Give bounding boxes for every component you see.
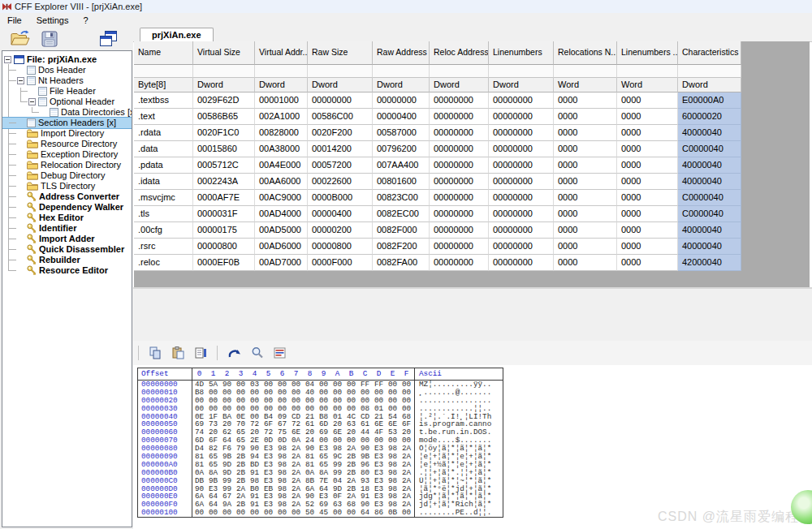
paste-button[interactable]	[171, 346, 184, 359]
tree-item-dependency-walker[interactable]: Dependency Walker	[2, 202, 132, 213]
table-cell[interactable]: 00000000	[489, 255, 554, 271]
column-header-reloc-address[interactable]: Reloc Address	[430, 41, 489, 65]
collapse-minus-icon[interactable]	[4, 56, 11, 63]
table-cell[interactable]: 0020F1C0	[193, 125, 255, 141]
table-cell[interactable]: 0000	[617, 239, 678, 255]
table-cell[interactable]: 0000AF7E	[193, 190, 255, 206]
table-cell[interactable]: 00000800	[193, 239, 255, 255]
hex-byte[interactable]: 50	[303, 509, 317, 517]
table-cell[interactable]: 0020F200	[308, 125, 373, 141]
table-cell[interactable]: 00A4E000	[255, 157, 308, 174]
hex-ascii[interactable]: Ô¦öy¦ã¦*¦ã¦*¦ã¦*	[415, 445, 503, 453]
tree-item-rebuilder[interactable]: Rebuilder	[2, 255, 132, 265]
table-cell[interactable]: 0000B000	[308, 190, 373, 206]
table-cell[interactable]: .pdata	[134, 157, 193, 174]
hex-ascii[interactable]: jd¦+¦ã¦*Rich¦ã¦*	[415, 501, 503, 509]
table-cell[interactable]: 00000000	[489, 206, 554, 222]
table-cell[interactable]: 00000000	[373, 92, 430, 109]
hex-ascii[interactable]: is.program.canno	[415, 420, 503, 428]
table-cell[interactable]: 60000020	[678, 109, 741, 125]
table-cell[interactable]: 0000EF0B	[193, 255, 255, 271]
table-cell[interactable]: 00000000	[489, 174, 554, 190]
table-cell[interactable]: 00057200	[308, 157, 373, 174]
table-cell[interactable]: C0000040	[678, 206, 741, 222]
table-cell[interactable]: 0000	[554, 206, 617, 222]
table-cell[interactable]: 0082F200	[373, 239, 430, 255]
hex-byte[interactable]: 00	[400, 509, 413, 517]
table-cell[interactable]: 40000040	[678, 222, 741, 239]
table-cell[interactable]: 0000	[617, 125, 678, 141]
hex-byte[interactable]: 0B	[386, 509, 400, 517]
section-row-tls[interactable]: .tls0000031F00AD4000000004000082EC000000…	[134, 206, 810, 222]
tree-item-exception-directory[interactable]: Exception Directory	[2, 149, 132, 160]
table-cell[interactable]: 00801600	[373, 174, 430, 190]
hex-byte[interactable]: 86	[372, 509, 386, 517]
hex-byte[interactable]: 64	[358, 509, 372, 517]
tree-item-tls-directory[interactable]: TLS Directory	[2, 181, 132, 191]
table-cell[interactable]: 00AD4000	[255, 206, 308, 222]
tree-item-data-directories-x[interactable]: Data Directories [x]	[2, 107, 132, 118]
section-row-rdata[interactable]: .rdata0020F1C0008280000020F2000058700000…	[134, 125, 810, 141]
table-cell[interactable]: 00015860	[193, 141, 255, 157]
table-cell[interactable]: .00cfg	[134, 222, 193, 239]
column-header-linenumbers[interactable]: Linenumbers	[489, 41, 554, 65]
tree-item-optional-header[interactable]: Optional Header	[2, 97, 132, 107]
table-cell[interactable]: 00000000	[430, 109, 489, 125]
table-cell[interactable]: 40000040	[678, 239, 741, 255]
tree-item-import-adder[interactable]: Import Adder	[2, 234, 132, 244]
table-cell[interactable]: 0000	[617, 190, 678, 206]
tree-item-quick-disassembler[interactable]: Quick Disassembler	[2, 244, 132, 255]
windows-button[interactable]	[98, 31, 118, 47]
table-cell[interactable]: 00000000	[489, 190, 554, 206]
hex-byte[interactable]: 00	[330, 509, 344, 517]
table-cell[interactable]: 00587000	[373, 125, 430, 141]
table-cell[interactable]: 00000800	[308, 239, 373, 255]
table-cell[interactable]: 00AD5000	[255, 222, 308, 239]
table-cell[interactable]: .text	[134, 109, 193, 125]
table-cell[interactable]: 0002243A	[193, 174, 255, 190]
tree-item-hex-editor[interactable]: Hex Editor	[2, 213, 132, 223]
table-cell[interactable]: 0082FA00	[373, 255, 430, 271]
table-cell[interactable]: 007AA400	[373, 157, 430, 174]
section-row-text[interactable]: .text00586B65002A100000586C0000000400000…	[134, 109, 810, 125]
copy-button[interactable]	[149, 346, 162, 359]
open-file-button[interactable]	[10, 30, 30, 47]
table-cell[interactable]: 00000000	[489, 109, 554, 125]
table-cell[interactable]: 40000040	[678, 157, 741, 174]
table-cell[interactable]: 0000	[617, 206, 678, 222]
goto-offset-button[interactable]	[227, 347, 241, 359]
table-cell[interactable]: 00586C00	[308, 109, 373, 125]
table-cell[interactable]: 00796200	[373, 141, 430, 157]
column-header-virtual-size[interactable]: Virtual Size	[193, 41, 255, 65]
table-cell[interactable]: .reloc	[134, 255, 193, 271]
hex-byte[interactable]: 00	[261, 509, 275, 517]
table-cell[interactable]: 00000000	[430, 141, 489, 157]
table-cell[interactable]: 0000	[617, 255, 678, 271]
hex-ascii[interactable]: ¦e¦+¦ã¦*¦e¦+¦ã¦*	[415, 453, 503, 461]
table-cell[interactable]: 0000	[617, 157, 678, 174]
hex-ascii[interactable]: ................	[415, 397, 503, 405]
tree-item-section-headers-x[interactable]: Section Headers [x]	[2, 118, 132, 128]
table-cell[interactable]: 00000000	[430, 92, 489, 109]
section-row-rsrc[interactable]: .rsrc0000080000AD6000000008000082F200000…	[134, 239, 810, 255]
table-cell[interactable]: 00000000	[430, 174, 489, 190]
table-cell[interactable]: 00000000	[489, 92, 554, 109]
table-cell[interactable]: 00001000	[255, 92, 308, 109]
table-cell[interactable]: .rsrc	[134, 239, 193, 255]
table-cell[interactable]: 0000	[554, 109, 617, 125]
column-header-linenumbers[interactable]: Linenumbers ...	[617, 41, 678, 65]
find-button[interactable]	[251, 346, 264, 359]
table-cell[interactable]: 0000	[617, 222, 678, 239]
tree-item-dos-header[interactable]: Dos Header	[2, 65, 132, 75]
column-header-raw-size[interactable]: Raw Size	[308, 41, 373, 65]
column-header-virtual-addr[interactable]: Virtual Addr...	[255, 41, 308, 65]
table-cell[interactable]: 0000	[554, 174, 617, 190]
section-row-00cfg[interactable]: .00cfg0000017500AD5000000002000082F00000…	[134, 222, 810, 239]
table-cell[interactable]: 00000000	[430, 157, 489, 174]
table-cell[interactable]: 00000000	[430, 255, 489, 271]
hex-ascii[interactable]: ........PE..d¦¦.	[415, 509, 503, 517]
table-cell[interactable]: E00000A0	[678, 92, 741, 109]
section-row-textbss[interactable]: .textbss0029F62D000010000000000000000000…	[134, 92, 810, 109]
table-cell[interactable]: 0005712C	[193, 157, 255, 174]
hex-byte[interactable]: 45	[317, 509, 330, 517]
